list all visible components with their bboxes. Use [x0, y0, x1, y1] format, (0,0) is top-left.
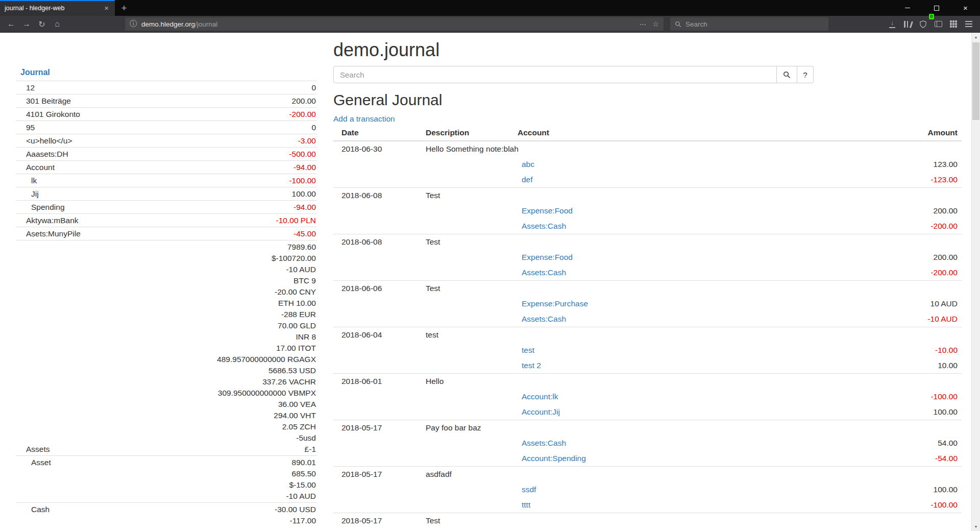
posting-account-link[interactable]: Account:Jij — [522, 407, 560, 416]
posting-account-link[interactable]: Assets:Cash — [522, 439, 566, 447]
posting-account-cell: Assets:Cash — [513, 436, 819, 451]
scroll-up-arrow[interactable]: ▲ — [972, 33, 980, 41]
balance-amount: $-100720.00 — [217, 253, 316, 264]
balance-amount: -500.00 — [289, 149, 316, 160]
page-actions-icon[interactable]: ⋯ — [639, 20, 646, 28]
sidebar-account-balance: 200.00 — [292, 95, 317, 107]
balance-amount: 200.00 — [292, 95, 316, 107]
sidebar-account-link[interactable]: Spending — [16, 202, 65, 213]
posting-row: abc123.00 — [333, 157, 962, 172]
posting-account-link[interactable]: Expense:Food — [522, 253, 573, 261]
sidebar-account-link[interactable]: 301 Beiträge — [16, 95, 71, 107]
sidebar-account-balance: 890.01685.50$-15.00-10 AUD — [286, 457, 317, 502]
scroll-down-arrow[interactable]: ▼ — [972, 522, 980, 531]
posting-row: Assets:Cash-10 AUD — [333, 311, 962, 327]
window-maximize-button[interactable] — [922, 0, 951, 16]
posting-account-link[interactable]: test — [522, 346, 534, 354]
empty-cell — [333, 358, 422, 374]
balance-amount: INR 8 — [217, 331, 316, 343]
empty-cell — [422, 311, 513, 327]
menu-button[interactable] — [961, 17, 976, 31]
journal-link[interactable]: Journal — [20, 68, 50, 77]
journal-search-button[interactable] — [777, 66, 797, 83]
posting-account-link[interactable]: Account:lk — [522, 392, 558, 401]
posting-account-link[interactable]: Expense:Purchase — [522, 299, 588, 308]
transaction-row[interactable]: 2018-06-04test — [333, 327, 962, 343]
journal-search-input[interactable] — [333, 66, 777, 83]
balance-amount: -10.00 PLN — [276, 215, 316, 226]
posting-amount: -200.00 — [819, 265, 962, 281]
sidebar-account-link[interactable]: 95 — [16, 122, 35, 133]
posting-account-link[interactable]: def — [522, 175, 533, 184]
column-header-account: Account — [513, 125, 819, 141]
browser-tab-journal[interactable]: journal - hledger-web × — [0, 0, 115, 16]
posting-account-link[interactable]: Assets:Cash — [522, 222, 566, 230]
posting-account-link[interactable]: Account:Spending — [522, 454, 586, 463]
window-minimize-button[interactable] — [893, 0, 922, 16]
toolbar-search-placeholder: Search — [685, 20, 707, 28]
sidebar-account-link[interactable]: Aaasets:DH — [16, 149, 68, 160]
sidebar-account-link[interactable]: Aktywa:mBank — [16, 215, 79, 226]
transaction-row[interactable]: 2018-06-08Test — [333, 188, 962, 204]
home-button[interactable]: ⌂ — [50, 17, 65, 31]
transaction-row[interactable]: 2018-05-17Pay foo bar baz — [333, 420, 962, 436]
library-button[interactable] — [900, 17, 915, 31]
sidebar-account-link[interactable]: 4101 Girokonto — [16, 109, 80, 120]
balance-amount: -3.00 — [298, 135, 316, 147]
extension-button[interactable]: 0 — [915, 17, 930, 31]
search-icon — [675, 21, 681, 28]
sidebar-account-link[interactable]: Asset — [16, 457, 51, 468]
apps-grid-button[interactable] — [946, 17, 961, 31]
sidebar-account-link[interactable]: Assets — [16, 444, 50, 455]
empty-cell — [333, 404, 422, 420]
search-help-button[interactable]: ? — [797, 66, 814, 83]
posting-account-link[interactable]: tttt — [522, 500, 530, 509]
posting-account-link[interactable]: Expense:Food — [522, 206, 573, 215]
transaction-row[interactable]: 2018-06-01Hello — [333, 374, 962, 390]
transaction-row[interactable]: 2018-06-08Test — [333, 234, 962, 250]
posting-account-link[interactable]: ssdf — [522, 485, 536, 494]
transaction-row[interactable]: 2018-06-30Hello Something note:blah — [333, 141, 962, 157]
sidebar-account-link[interactable]: lk — [16, 175, 37, 186]
scrollbar-thumb[interactable] — [972, 42, 979, 120]
column-header-description: Description — [422, 125, 513, 141]
downloads-button[interactable]: ↓ — [885, 17, 900, 31]
empty-cell — [422, 265, 513, 281]
posting-account-link[interactable]: Assets:Cash — [522, 315, 566, 323]
bookmark-star-icon[interactable]: ☆ — [652, 20, 659, 28]
transaction-date: 2018-06-08 — [333, 188, 422, 204]
transaction-row[interactable]: 2018-06-06Test — [333, 281, 962, 297]
sidebar-account-link[interactable]: Account — [16, 162, 55, 173]
balance-amount: 309.950000000000 VBMPX — [217, 388, 316, 399]
maximize-icon — [934, 6, 939, 11]
sidebar-account-link[interactable]: 12 — [16, 82, 35, 93]
transaction-row[interactable]: 2018-05-17asdfadf — [333, 467, 962, 482]
forward-button[interactable]: → — [19, 17, 34, 31]
transaction-row[interactable]: 2018-05-17Test — [333, 513, 962, 529]
url-bar[interactable]: ⓘ demo.hledger.org/journal ⋯ ☆ — [125, 17, 664, 31]
sidebar-account-link[interactable]: <u>hello</u> — [16, 135, 72, 147]
reload-button[interactable]: ↻ — [34, 17, 50, 31]
toolbar-search-field[interactable]: Search — [670, 17, 828, 31]
posting-account-link[interactable]: test 2 — [522, 361, 541, 370]
posting-account-cell: Assets:Cash — [513, 219, 819, 234]
site-info-icon[interactable]: ⓘ — [130, 19, 137, 29]
balance-amount: 36.00 VEA — [217, 399, 316, 410]
sidebar-account-balance: -3.00 — [298, 135, 317, 147]
sidebar-account-link[interactable]: Jij — [16, 188, 39, 200]
posting-account-link[interactable]: Assets:Cash — [522, 268, 566, 277]
sidebar-account-link[interactable]: Cash — [16, 504, 50, 515]
window-close-button[interactable]: × — [951, 0, 980, 16]
tab-close-icon[interactable]: × — [103, 4, 110, 12]
sidebar-account-row: Spending-94.00 — [16, 200, 317, 213]
empty-cell — [422, 497, 513, 513]
page-scrollbar[interactable]: ▲ ▼ — [971, 33, 980, 531]
empty-cell — [333, 219, 422, 234]
transaction-date: 2018-06-06 — [333, 281, 422, 297]
back-button[interactable]: ← — [4, 17, 19, 31]
posting-account-link[interactable]: abc — [522, 160, 534, 168]
sidebar-account-link[interactable]: Asets:MunyPile — [16, 228, 81, 239]
add-transaction-link[interactable]: Add a transaction — [333, 114, 395, 124]
sidebar-icon — [935, 21, 942, 27]
new-tab-button[interactable]: + — [115, 0, 133, 16]
